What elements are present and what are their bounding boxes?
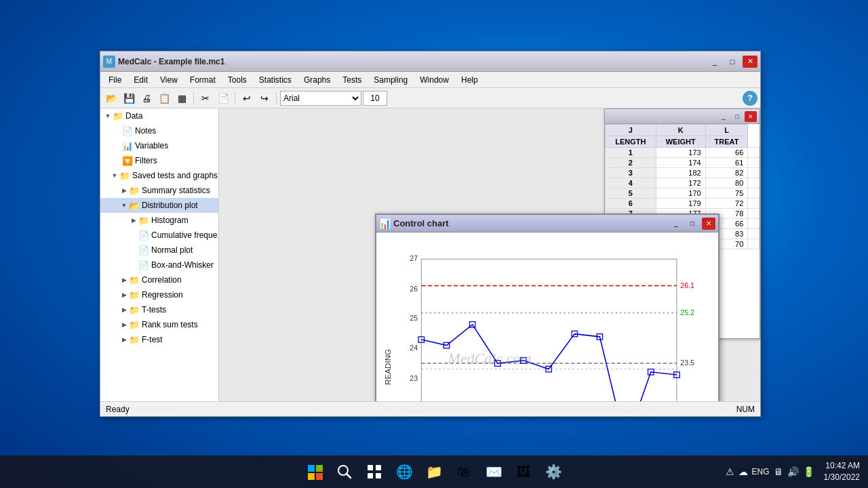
table-cell[interactable]	[748, 229, 760, 239]
menu-window[interactable]: Window	[414, 74, 454, 86]
table-cell[interactable]: 82	[705, 168, 748, 178]
tree-item-variables[interactable]: ▶ 📊 Variables	[100, 138, 218, 153]
table-cell[interactable]: 80	[705, 178, 748, 188]
data-window-titlebar: _ □ ✕	[605, 109, 760, 124]
toggle-data[interactable]: ▼	[103, 111, 113, 121]
tree-item-cumulative[interactable]: ▶ 📄 Cumulative freque...	[100, 228, 218, 243]
table-cell[interactable]: 182	[656, 168, 705, 178]
table-cell[interactable]	[748, 239, 760, 249]
tree-item-normal[interactable]: ▶ 📄 Normal plot	[100, 243, 218, 258]
menu-graphs[interactable]: Graphs	[298, 74, 336, 86]
menu-tools[interactable]: Tools	[222, 74, 252, 86]
print-button[interactable]: 🖨	[138, 90, 155, 106]
close-button[interactable]: ✕	[743, 56, 757, 68]
tree-item-ranksum[interactable]: ▶ 📁 Rank sum tests	[100, 317, 218, 332]
taskbar-mail-button[interactable]: ✉️	[480, 458, 507, 485]
tree-item-correlation[interactable]: ▶ 📁 Correlation	[100, 272, 218, 287]
tree-item-ftest[interactable]: ▶ 📁 F-test	[100, 332, 218, 347]
toggle-ranksum[interactable]: ▶	[119, 320, 129, 329]
tree-item-notes[interactable]: ▶ 📄 Notes	[100, 123, 218, 138]
tree-label-ttests: T-tests	[142, 305, 166, 314]
row-number: 2	[606, 158, 656, 168]
chart-maximize-button[interactable]: □	[686, 218, 699, 230]
taskbar-start-button[interactable]	[301, 458, 328, 485]
toggle-saved[interactable]: ▼	[110, 171, 119, 180]
taskbar-photos-button[interactable]: 🖼	[510, 458, 537, 485]
chart-close-button[interactable]: ✕	[702, 218, 715, 230]
taskbar-settings-button[interactable]: ⚙️	[540, 458, 567, 485]
table-button[interactable]: ▦	[174, 90, 190, 106]
menu-tests[interactable]: Tests	[337, 74, 367, 86]
tree-item-histogram[interactable]: ▶ 📁 Histogram	[100, 213, 218, 228]
table-cell[interactable]	[748, 178, 760, 188]
tree-item-filters[interactable]: ▶ 🔽 Filters	[100, 153, 218, 168]
menu-sampling[interactable]: Sampling	[368, 74, 413, 86]
toggle-ftest[interactable]: ▶	[119, 335, 129, 344]
tree-item-regression[interactable]: ▶ 📁 Regression	[100, 287, 218, 302]
table-cell[interactable]	[748, 219, 760, 229]
font-name-select[interactable]: Arial	[280, 91, 361, 106]
table-cell[interactable]: 170	[656, 188, 705, 199]
toggle-distribution[interactable]: ▼	[119, 201, 129, 210]
tree-item-summary[interactable]: ▶ 📁 Summary statistics	[100, 183, 218, 198]
table-cell[interactable]	[748, 209, 760, 219]
table-cell[interactable]	[748, 168, 760, 178]
paste-button[interactable]: 📄	[215, 90, 231, 106]
taskbar-lang-label: ENG	[752, 467, 770, 476]
table-cell[interactable]: 66	[705, 148, 748, 158]
row-number: 5	[606, 188, 656, 199]
redo-button[interactable]: ↪	[256, 90, 273, 106]
taskbar-edge-button[interactable]: 🌐	[391, 458, 418, 485]
menu-view[interactable]: View	[155, 74, 183, 86]
menu-format[interactable]: Format	[184, 74, 221, 86]
tree-item-data[interactable]: ▼ 📁 Data	[100, 108, 218, 123]
toggle-correlation[interactable]: ▶	[119, 275, 129, 285]
menu-file[interactable]: File	[103, 74, 127, 86]
menu-statistics[interactable]: Statistics	[254, 74, 297, 86]
table-cell[interactable]: 61	[705, 158, 748, 168]
tree-item-ttests[interactable]: ▶ 📁 T-tests	[100, 302, 218, 317]
help-button[interactable]: ?	[743, 91, 757, 106]
save-button[interactable]: 💾	[121, 90, 137, 106]
chart-minimize-button[interactable]: _	[669, 218, 683, 230]
cut-button[interactable]: ✂	[197, 90, 214, 106]
table-cell[interactable]: 173	[656, 148, 705, 158]
undo-button[interactable]: ↩	[239, 90, 255, 106]
tree-item-boxwhisker[interactable]: ▶ 📄 Box-and-Whisker	[100, 258, 218, 272]
folder-icon-regression: 📁	[129, 290, 140, 300]
table-cell[interactable]: 179	[656, 199, 705, 209]
data-maximize-button[interactable]: □	[731, 111, 743, 122]
table-cell[interactable]: 75	[705, 188, 748, 199]
font-size-input[interactable]	[363, 91, 387, 106]
taskbar-clock[interactable]: 10:42 AM 1/30/2022	[824, 460, 860, 483]
table-cell[interactable]: 172	[656, 178, 705, 188]
table-cell[interactable]	[748, 199, 760, 209]
toggle-summary[interactable]: ▶	[119, 186, 129, 195]
table-cell[interactable]	[748, 188, 760, 199]
table-cell[interactable]	[748, 158, 760, 168]
taskbar-store-button[interactable]: 🛍	[450, 458, 477, 485]
menu-edit[interactable]: Edit	[128, 74, 153, 86]
folder-icon-ranksum: 📁	[129, 320, 140, 329]
toggle-ttests[interactable]: ▶	[119, 305, 129, 314]
taskbar-search-button[interactable]	[331, 458, 358, 485]
toggle-regression[interactable]: ▶	[119, 290, 129, 300]
svg-line-50	[347, 474, 351, 478]
table-cell[interactable]: 174	[656, 158, 705, 168]
copy-button[interactable]: 📋	[156, 90, 172, 106]
data-minimize-button[interactable]: _	[717, 111, 730, 122]
tree-item-saved[interactable]: ▼ 📁 Saved tests and graphs	[100, 168, 218, 183]
tree-item-distribution[interactable]: ▼ 📂 Distribution plot	[100, 198, 218, 213]
minimize-button[interactable]: _	[707, 56, 722, 68]
row-number: 4	[606, 178, 656, 188]
menu-help[interactable]: Help	[456, 74, 484, 86]
data-close-button[interactable]: ✕	[745, 111, 757, 122]
toggle-histogram[interactable]: ▶	[129, 216, 138, 225]
maximize-button[interactable]: □	[725, 56, 740, 68]
table-cell[interactable]	[748, 148, 760, 158]
open-button[interactable]: 📂	[103, 90, 119, 106]
table-cell[interactable]: 72	[705, 199, 748, 209]
tree-label-ranksum: Rank sum tests	[142, 320, 198, 329]
taskbar-taskview-button[interactable]	[361, 458, 388, 485]
taskbar-files-button[interactable]: 📁	[420, 458, 448, 485]
